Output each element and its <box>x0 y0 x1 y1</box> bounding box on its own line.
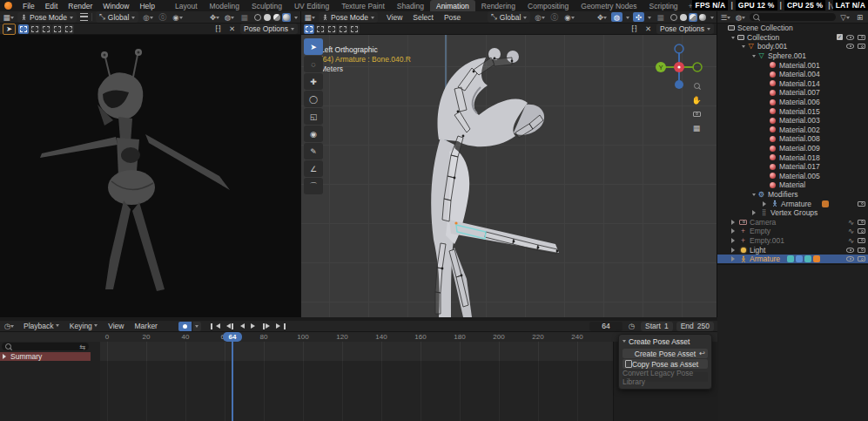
tab-layout[interactable]: Layout <box>169 0 204 11</box>
render-camera-icon[interactable] <box>858 35 865 40</box>
outliner-row-material-009[interactable]: Material.009 <box>717 144 868 153</box>
proportional-edit-icon[interactable]: ◉ <box>563 12 575 22</box>
x-mirror-icon[interactable]: ✕ <box>226 24 238 34</box>
mode-dropdown-left[interactable]: Pose Mode <box>17 12 77 23</box>
transform-tool[interactable]: ◉ <box>304 126 323 142</box>
outliner-row-modifiers[interactable]: ⚙Modifiers <box>717 190 868 200</box>
tab-animation[interactable]: Animation <box>430 0 475 11</box>
shading-wireframe-icon[interactable] <box>670 13 678 22</box>
tab-shading[interactable]: Shading <box>391 0 430 11</box>
outliner-display-mode-icon[interactable]: ☰ <box>720 12 731 22</box>
filter-toggle-icon[interactable]: ⇆ <box>79 343 85 351</box>
shading-dropdown-icon[interactable] <box>710 17 714 21</box>
render-camera-icon[interactable] <box>858 256 865 261</box>
outliner-row-vertex-groups[interactable]: ⣿Vertex Groups <box>717 208 868 218</box>
current-frame-field[interactable]: 64 <box>589 322 622 331</box>
tab-uv-editing[interactable]: UV Editing <box>288 0 335 11</box>
timeline-ruler[interactable]: 020406080100120140160180200220240 <box>0 332 717 342</box>
panel-collapse-icon[interactable] <box>622 340 626 344</box>
pan-hand-icon[interactable]: ✋ <box>690 94 703 105</box>
camera-view-icon[interactable] <box>690 108 703 119</box>
brackets-toggle-icon[interactable]: ⁅⁆ <box>212 24 224 34</box>
visibility-eye-icon[interactable] <box>846 35 854 40</box>
visibility-eye-icon[interactable] <box>846 44 854 49</box>
shading-rendered-icon[interactable] <box>282 13 291 22</box>
auto-keying-dropdown[interactable] <box>193 322 201 331</box>
timeline-editor-icon[interactable]: ◷ <box>3 322 15 331</box>
play-button[interactable] <box>249 322 260 331</box>
animation-curve-icon[interactable]: ∿ <box>848 227 854 235</box>
measure-tool[interactable]: ∠ <box>304 160 323 177</box>
current-frame-badge[interactable]: 64 <box>223 332 242 342</box>
tab-scripting[interactable]: Scripting <box>643 0 684 11</box>
outliner-row-material-018[interactable]: Material.018 <box>717 153 868 162</box>
viewport-left-3d[interactable] <box>0 35 300 317</box>
snap-magnet-icon[interactable]: 🄋 <box>157 12 168 22</box>
pivot-point-icon[interactable]: ◎ <box>142 12 153 22</box>
outliner-row-material-014[interactable]: Material.014 <box>717 79 868 89</box>
play-reverse-button[interactable] <box>236 322 247 331</box>
gizmo-toggle-icon[interactable]: ✥ <box>596 12 608 22</box>
filter-icon[interactable]: ▽ <box>839 12 851 22</box>
select-mode-extend[interactable] <box>30 24 40 34</box>
channel-search-input[interactable]: ⇆ <box>2 343 89 350</box>
visibility-eye-icon[interactable] <box>846 248 854 253</box>
prev-keyframe-button[interactable] <box>223 322 234 331</box>
visibility-eye-icon[interactable] <box>846 256 854 261</box>
outliner-row-material[interactable]: Material <box>717 180 868 190</box>
x-mirror-icon[interactable]: ✕ <box>643 24 654 34</box>
select-mode-subtract[interactable] <box>41 24 51 34</box>
render-camera-icon[interactable] <box>858 44 865 49</box>
outliner-row-armature[interactable]: Armature <box>717 199 868 208</box>
orientation-dropdown-left[interactable]: ⤡ Global <box>96 11 138 23</box>
menu-window[interactable]: Window <box>98 2 134 10</box>
outliner-row-camera[interactable]: Camera∿ <box>717 217 868 227</box>
viewport-menu-pose[interactable]: Pose <box>439 13 466 22</box>
shading-solid-icon[interactable] <box>679 13 688 22</box>
timeline-menu-keying[interactable]: Keying <box>64 322 103 330</box>
outliner-row-material-017[interactable]: Material.017 <box>717 162 868 172</box>
tab-compositing[interactable]: Compositing <box>521 0 575 11</box>
select-mode-new[interactable] <box>18 24 29 34</box>
animation-curve-icon[interactable]: ∿ <box>848 236 854 245</box>
overlays-toggle-icon[interactable]: ◍ <box>611 12 622 22</box>
outliner-row-body-001[interactable]: ▽body.001 <box>717 42 868 51</box>
tab-geometry-nodes[interactable]: Geometry Nodes <box>575 0 643 11</box>
select-mode-invert[interactable] <box>338 24 348 34</box>
rotate-tool[interactable]: ◯ <box>304 91 323 107</box>
editor-type-icon[interactable]: ▦ <box>304 12 315 22</box>
render-camera-icon[interactable] <box>858 228 865 234</box>
viewport-menu-select[interactable]: Select <box>407 13 439 22</box>
select-mode-extend[interactable] <box>315 24 326 34</box>
outliner-row-empty[interactable]: +Empty∿ <box>717 227 868 236</box>
next-keyframe-button[interactable] <box>262 322 273 331</box>
outliner-row-material-004[interactable]: Material.004 <box>717 70 868 79</box>
menu-file[interactable]: File <box>17 2 40 10</box>
xray-toggle-icon[interactable]: ▦ <box>655 12 666 22</box>
jump-to-end-button[interactable] <box>275 322 286 331</box>
render-camera-icon[interactable] <box>858 248 865 253</box>
scale-tool[interactable]: ◱ <box>304 108 323 125</box>
viewport-mid-3d[interactable]: Left Orthographic (64) Armature : Bone.0… <box>301 35 717 317</box>
outliner-row-light[interactable]: Light <box>717 245 868 255</box>
overlays-toggle-icon[interactable]: ◍ <box>224 12 235 22</box>
shading-material-icon[interactable] <box>689 13 697 22</box>
shading-wireframe-icon[interactable] <box>253 13 262 22</box>
move-tool[interactable]: ✚ <box>304 73 323 90</box>
render-camera-icon[interactable] <box>858 238 865 243</box>
annotate-tool[interactable]: ✎ <box>304 143 323 160</box>
perspective-toggle-icon[interactable]: ▦ <box>690 122 703 133</box>
show-gizmo-icon[interactable]: ✣ <box>633 12 644 22</box>
modifier-enabled-badge[interactable] <box>822 200 829 207</box>
copy-pose-as-asset-button[interactable]: Copy Pose as Asset <box>622 359 708 369</box>
pivot-point-icon[interactable]: ◎ <box>534 12 545 22</box>
tweak-tool[interactable]: ➤ <box>304 38 323 55</box>
pose-options-dropdown-mid[interactable]: Pose Options <box>656 24 714 34</box>
menu-render[interactable]: Render <box>63 2 98 10</box>
render-camera-icon[interactable] <box>858 220 865 225</box>
pose-options-dropdown-left[interactable]: Pose Options <box>240 24 298 34</box>
collapse-menus-icon[interactable] <box>80 13 88 21</box>
snap-magnet-icon[interactable]: 🄋 <box>548 12 560 22</box>
outliner-search-input[interactable] <box>750 13 836 21</box>
zoom-icon[interactable] <box>690 80 703 92</box>
